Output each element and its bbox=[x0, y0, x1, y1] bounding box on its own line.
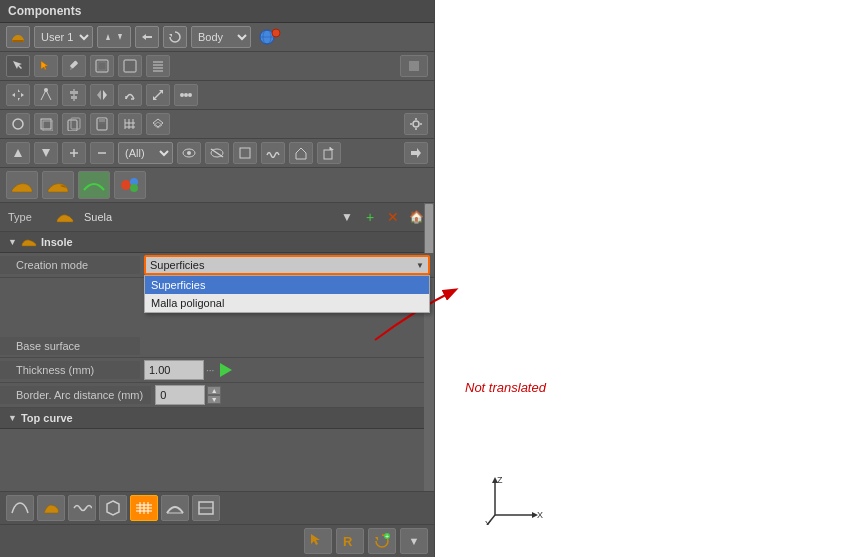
surface-btn[interactable] bbox=[118, 55, 142, 77]
remove-type-btn[interactable]: ✕ bbox=[383, 207, 403, 227]
square-btn[interactable] bbox=[400, 55, 428, 77]
rotate-btn[interactable] bbox=[118, 84, 142, 106]
circle-btn[interactable] bbox=[6, 113, 30, 135]
save-btn[interactable] bbox=[90, 113, 114, 135]
bottom-wave-btn[interactable] bbox=[68, 495, 96, 521]
creation-mode-dropdown-list: Superficies Malla poligonal bbox=[144, 275, 430, 313]
add-type-btn[interactable]: + bbox=[360, 207, 380, 227]
copy-btn[interactable] bbox=[62, 113, 86, 135]
svg-rect-20 bbox=[409, 61, 419, 71]
creation-mode-value: Superficies ▼ Superficies Malla poligona… bbox=[140, 253, 434, 277]
move-btn[interactable] bbox=[6, 84, 30, 106]
dropdown-item-superficies[interactable]: Superficies bbox=[145, 276, 429, 294]
creation-mode-dropdown[interactable]: Superficies ▼ bbox=[144, 255, 430, 275]
svg-marker-59 bbox=[42, 149, 50, 157]
layers2-btn[interactable] bbox=[146, 113, 170, 135]
toolbar-row-5: (All) bbox=[0, 139, 434, 168]
move-left-btn[interactable] bbox=[135, 26, 159, 48]
type-label: Type bbox=[8, 211, 48, 223]
type-select-btn[interactable]: ▼ bbox=[337, 207, 357, 227]
body-select[interactable]: Body bbox=[191, 26, 251, 48]
border-arc-input[interactable] bbox=[155, 385, 205, 405]
axes-container: Z X Y bbox=[485, 475, 545, 527]
properties-panel: Type Suela ▼ + ✕ 🏠 ▼ In bbox=[0, 203, 434, 491]
type-controls: ▼ + ✕ 🏠 bbox=[337, 207, 426, 227]
extra-btn[interactable] bbox=[174, 84, 198, 106]
down-btn[interactable] bbox=[34, 142, 58, 164]
creation-mode-label: Creation mode bbox=[0, 256, 140, 274]
refresh-btn[interactable] bbox=[163, 26, 187, 48]
toolbar-row-4 bbox=[0, 110, 434, 139]
svg-point-35 bbox=[180, 93, 184, 97]
eye-cross-btn[interactable] bbox=[205, 142, 229, 164]
up-btn[interactable] bbox=[6, 142, 30, 164]
thickness-label: Thickness (mm) bbox=[0, 361, 140, 379]
settings-btn[interactable] bbox=[404, 113, 428, 135]
shoe-tab-2[interactable] bbox=[42, 171, 74, 199]
bottom-smooth-btn[interactable] bbox=[161, 495, 189, 521]
bottom-box-btn[interactable] bbox=[192, 495, 220, 521]
curve-tab[interactable] bbox=[78, 171, 110, 199]
spin-down-btn[interactable]: ▼ bbox=[207, 395, 221, 404]
base-surface-label: Base surface bbox=[0, 337, 140, 355]
user-select[interactable]: User 1 bbox=[34, 26, 93, 48]
layers-btn[interactable] bbox=[34, 113, 58, 135]
thickness-dots-btn[interactable]: ··· bbox=[204, 365, 216, 376]
align-btn[interactable] bbox=[62, 84, 86, 106]
plus-btn[interactable] bbox=[62, 142, 86, 164]
house-btn[interactable] bbox=[289, 142, 313, 164]
flip-btn[interactable] bbox=[90, 84, 114, 106]
bottom-r-btn[interactable]: R bbox=[336, 528, 364, 554]
insole-section-header[interactable]: ▼ Insole bbox=[0, 232, 434, 253]
top-curve-section[interactable]: ▼ Top curve bbox=[0, 408, 434, 429]
transform-btn[interactable] bbox=[34, 84, 58, 106]
colors-tab[interactable] bbox=[114, 171, 146, 199]
eye-btn[interactable] bbox=[177, 142, 201, 164]
select-tool-btn[interactable] bbox=[6, 55, 30, 77]
scale-btn[interactable] bbox=[146, 84, 170, 106]
home-type-btn[interactable]: 🏠 bbox=[406, 207, 426, 227]
svg-marker-1 bbox=[106, 34, 110, 40]
toolbar-row-3 bbox=[0, 81, 434, 110]
box-view-btn[interactable] bbox=[233, 142, 257, 164]
color-icon-1[interactable] bbox=[255, 26, 285, 48]
bottom-select-btn[interactable] bbox=[304, 528, 332, 554]
run-btn[interactable] bbox=[216, 360, 236, 380]
border-arc-spinner: ▲ ▼ bbox=[207, 386, 221, 404]
thickness-input[interactable] bbox=[144, 360, 204, 380]
wave-view-btn[interactable] bbox=[261, 142, 285, 164]
shoe-tab-1[interactable] bbox=[6, 171, 38, 199]
svg-marker-89 bbox=[375, 537, 378, 541]
border-arc-value: ▲ ▼ bbox=[151, 383, 434, 407]
bottom-curve-btn[interactable] bbox=[6, 495, 34, 521]
svg-point-8 bbox=[272, 29, 280, 37]
v-scrollbar[interactable] bbox=[424, 203, 434, 491]
export-btn[interactable] bbox=[317, 142, 341, 164]
transfer-btn[interactable] bbox=[404, 142, 428, 164]
dropdown-item-malla[interactable]: Malla poligonal bbox=[145, 294, 429, 312]
body-outline-btn[interactable] bbox=[90, 55, 114, 77]
cursor-btn[interactable] bbox=[34, 55, 58, 77]
move-up-btn[interactable] bbox=[97, 26, 131, 48]
bottom-grid-btn[interactable] bbox=[130, 495, 158, 521]
svg-marker-22 bbox=[18, 98, 20, 101]
svg-point-36 bbox=[184, 93, 188, 97]
svg-rect-14 bbox=[98, 62, 106, 70]
bottom-dropdown-btn[interactable]: ▼ bbox=[400, 528, 428, 554]
bottom-hex-btn[interactable] bbox=[99, 495, 127, 521]
minus-btn[interactable] bbox=[90, 142, 114, 164]
bottom-foot-btn[interactable] bbox=[37, 495, 65, 521]
svg-rect-28 bbox=[71, 96, 77, 99]
pencil-btn[interactable] bbox=[62, 55, 86, 77]
svg-marker-29 bbox=[97, 90, 101, 100]
user-shoe-icon[interactable] bbox=[6, 26, 30, 48]
toolbar-row-2 bbox=[0, 52, 434, 81]
spin-up-btn[interactable]: ▲ bbox=[207, 386, 221, 395]
svg-text:Z: Z bbox=[497, 475, 503, 485]
bottom-refresh2-btn[interactable]: + bbox=[368, 528, 396, 554]
filter-select[interactable]: (All) bbox=[118, 142, 173, 164]
svg-marker-73 bbox=[411, 148, 421, 158]
lines-btn[interactable] bbox=[146, 55, 170, 77]
prop-border-arc: Border. Arc distance (mm) ▲ ▼ bbox=[0, 383, 434, 408]
grid-btn[interactable] bbox=[118, 113, 142, 135]
